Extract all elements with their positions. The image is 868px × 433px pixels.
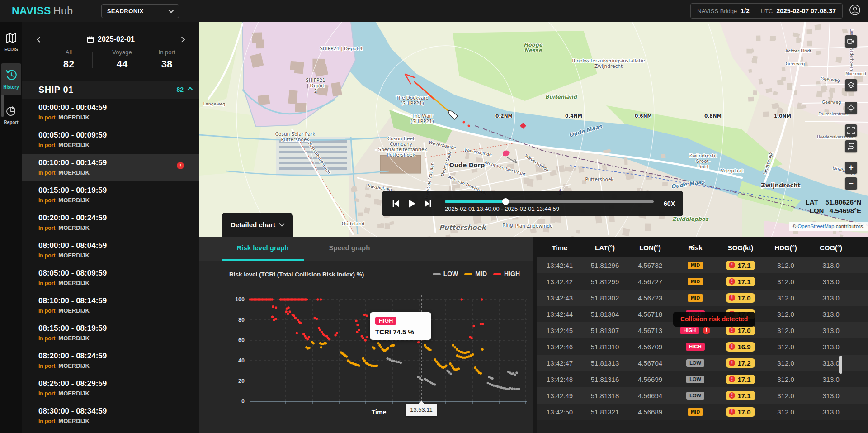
detailed-chart-dropdown[interactable]: Detailed chart <box>222 213 293 237</box>
cell-hdg: 312.0 <box>763 262 808 269</box>
voyage-time-range: 08:20:00 - 08:24:59 <box>38 352 199 361</box>
voyage-port: MOERDIJK <box>58 142 90 148</box>
tab-risk-level-graph[interactable]: Risk level graph <box>222 237 304 261</box>
voyage-list-item[interactable]: 08:25:00 - 08:29:59 In portMOERDIJK <box>22 375 199 402</box>
table-row[interactable]: 13:42:42 51.81299 4.56727 MID !17.1 312.… <box>537 273 868 290</box>
playback-bar: 2025-02-01 13:40:00 - 2025-02-01 13:44:5… <box>382 191 683 216</box>
voyage-list-item[interactable]: 00:00:00 - 00:04:59 In portMOERDIJK <box>22 99 199 126</box>
cell-time: 13:42:48 <box>537 376 582 383</box>
skip-forward-button[interactable] <box>422 198 434 209</box>
risk-badge: MID <box>688 408 703 416</box>
voyage-list-item[interactable]: 00:20:00 - 00:24:59 In portMOERDIJK <box>22 209 199 237</box>
cell-lon: 4.56732 <box>627 262 673 269</box>
risk-scatter-chart[interactable]: 020406080100 <box>199 282 533 427</box>
table-row[interactable]: 13:42:49 51.81318 4.56694 LOW !17.1 312.… <box>537 387 868 404</box>
cell-lat: 51.81321 <box>582 408 627 416</box>
stat-value: 44 <box>99 58 145 70</box>
chevron-down-icon <box>279 221 285 227</box>
cell-cog: 313.0 <box>808 310 854 318</box>
prev-date-button[interactable] <box>37 37 42 43</box>
next-date-button[interactable] <box>179 37 185 43</box>
rail-scrollbar[interactable] <box>1 95 4 117</box>
cell-cog: 313.0 <box>808 343 854 351</box>
zoom-out-button[interactable]: − <box>845 177 857 190</box>
sidebar-item-history[interactable]: History <box>1 63 21 95</box>
cell-cog: 313.0 <box>808 359 854 367</box>
date-navigator: 2025-02-01 <box>22 33 199 46</box>
cell-cog: 313.0 <box>808 376 854 383</box>
voyage-list-item[interactable]: 00:10:00 - 00:14:59 In portMOERDIJK! <box>22 154 199 181</box>
sidebar-item-ecdis[interactable]: ECDIS <box>1 29 21 55</box>
center-target-button[interactable] <box>845 102 857 114</box>
cell-hdg: 312.0 <box>763 310 808 318</box>
table-row[interactable]: 13:42:50 51.81321 4.56689 MID !17.0 312.… <box>537 404 868 420</box>
voyage-list-item[interactable]: 00:15:00 - 00:19:59 In portMOERDIJK <box>22 181 199 209</box>
collision-alert-icon[interactable]: ! <box>703 327 710 334</box>
lon-value: 4.54698°E <box>830 207 861 214</box>
zoom-in-button[interactable]: + <box>845 162 857 174</box>
playback-knob[interactable] <box>502 198 509 205</box>
route-button[interactable] <box>845 140 857 152</box>
account-button[interactable] <box>849 4 861 18</box>
coordinate-readout: LAT51.80626°N LON4.54698°E <box>789 198 861 215</box>
voyage-list-item[interactable]: 08:15:00 - 08:19:59 In portMOERDIJK <box>22 319 199 347</box>
expand-icon <box>847 127 855 134</box>
voyage-list-item[interactable]: 00:05:00 - 00:09:59 In portMOERDIJK <box>22 126 199 154</box>
range-ring-label: 0.6NM <box>635 113 652 119</box>
voyage-port: MOERDIJK <box>58 335 90 342</box>
legend-swatch-low <box>433 273 441 275</box>
voyage-status: In port <box>38 170 55 176</box>
voyage-list-item[interactable]: 08:20:00 - 08:24:59 In portMOERDIJK <box>22 347 199 375</box>
range-ring-label: 1.0NM <box>774 113 791 119</box>
x-axis-label: Time <box>361 409 397 416</box>
table-body: 13:42:41 51.81296 4.56732 MID !17.1 312.… <box>537 257 868 420</box>
brand-secondary: Hub <box>53 5 73 17</box>
cell-hdg: 312.0 <box>763 359 808 367</box>
table-row[interactable]: 13:42:46 51.81310 4.56709 HIGH !16.9 312… <box>537 338 868 355</box>
playback-speed[interactable]: 60X <box>664 200 675 207</box>
osm-link[interactable]: OpenStreetMap <box>797 224 834 229</box>
chart-cursor-tooltip: HIGH TCRI 74.5 % <box>370 312 431 340</box>
playback-slider[interactable] <box>445 200 654 203</box>
route-icon <box>847 143 855 150</box>
org-selector[interactable]: SEADRONIX <box>101 4 179 18</box>
voyage-port: MOERDIJK <box>58 307 90 314</box>
cell-lat: 51.81313 <box>582 359 627 367</box>
ship-group-header[interactable]: SHIP 01 82 <box>22 81 199 99</box>
sog-alert-icon: ! <box>729 376 735 382</box>
telemetry-table: TimeLAT(°)LON(°)RiskSOG(kt)HDG(°)COG(°) … <box>537 238 868 433</box>
camera-button[interactable] <box>845 35 857 48</box>
map-label: Langeweg <box>203 101 226 106</box>
fullscreen-button[interactable] <box>845 124 857 137</box>
stat-inport: In port 38 <box>144 49 189 70</box>
bridge-status-box: NAVISS Bridge 1/2 UTC 2025-02-07 07:08:3… <box>690 3 843 19</box>
sog-alert-icon: ! <box>729 409 735 415</box>
voyage-list-item[interactable]: 08:30:00 - 08:34:59 In portMOERDIJK <box>22 402 199 430</box>
map-label: Achter Lindt <box>785 48 811 53</box>
table-row[interactable]: 13:42:48 51.81316 4.56699 LOW !17.1 312.… <box>537 371 868 387</box>
voyage-list-item[interactable]: 08:00:00 - 08:04:59 In portMOERDIJK <box>22 237 199 264</box>
voyage-list: 00:00:00 - 00:04:59 In portMOERDIJK00:05… <box>22 99 199 433</box>
detail-section: Risk level graph Speed graph Risk level … <box>199 237 868 433</box>
layers-button[interactable] <box>845 79 857 91</box>
voyage-port: MOERDIJK <box>58 390 90 397</box>
cell-time: 13:42:46 <box>537 343 582 351</box>
sidebar-item-label: History <box>1 85 21 90</box>
table-row[interactable]: 13:42:47 51.81313 4.56704 LOW !17.2 312.… <box>537 355 868 371</box>
cell-lon: 4.56727 <box>627 278 673 285</box>
table-row[interactable]: 13:42:41 51.81296 4.56732 MID !17.1 312.… <box>537 257 868 273</box>
voyage-status: In port <box>38 363 55 369</box>
user-icon <box>849 4 861 16</box>
table-scrollbar[interactable] <box>839 356 842 374</box>
map-view[interactable]: ⚓ Oude DorpZwijndrechtPuttershoekPutters… <box>199 22 868 238</box>
tab-speed-graph[interactable]: Speed graph <box>318 237 381 259</box>
y-tick-label: 0 <box>241 398 245 404</box>
voyage-time-range: 08:05:00 - 08:09:59 <box>38 269 199 278</box>
date-display[interactable]: 2025-02-01 <box>87 35 135 43</box>
voyage-list-item[interactable]: 08:10:00 - 08:14:59 In portMOERDIJK <box>22 292 199 319</box>
voyage-list-item[interactable]: 08:05:00 - 08:09:59 In portMOERDIJK <box>22 264 199 292</box>
play-button[interactable] <box>406 198 418 209</box>
risk-badge: LOW <box>686 376 704 383</box>
table-row[interactable]: 13:42:43 51.81302 4.56723 MID !17.0 312.… <box>537 290 868 306</box>
skip-back-button[interactable] <box>390 198 402 209</box>
